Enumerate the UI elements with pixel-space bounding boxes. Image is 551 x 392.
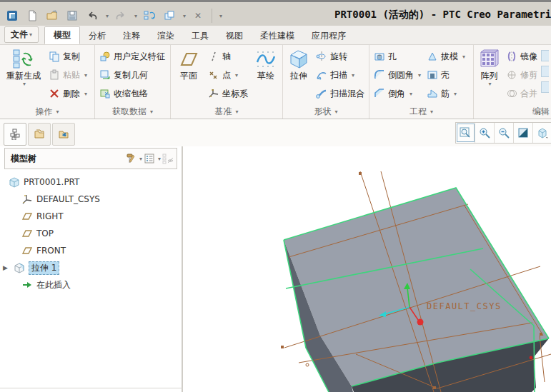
quick-access-toolbar: ▾ ▾ ▾ ✕ ▾: [4, 6, 222, 25]
repaint-button[interactable]: [514, 123, 533, 143]
draft-dropdown-icon[interactable]: ▾: [462, 54, 465, 60]
point-button[interactable]: 点 ▾: [206, 66, 250, 84]
csys-button[interactable]: 坐标系: [206, 84, 250, 103]
shell-button[interactable]: 壳: [425, 66, 467, 84]
display-style-button[interactable]: [533, 123, 551, 143]
zoom-fit-button[interactable]: [456, 123, 475, 143]
tree-tools-dropdown-icon[interactable]: ▾: [139, 156, 142, 162]
csys-tree-icon: [21, 194, 33, 205]
extrude-button[interactable]: 拉伸: [285, 47, 312, 105]
merge-button[interactable]: 合并: [504, 84, 540, 103]
revolve-button[interactable]: 旋转: [314, 47, 367, 66]
extrude-tree-icon: [14, 262, 25, 273]
delete-button[interactable]: 删除 ▾: [46, 84, 89, 103]
part-icon: [9, 176, 20, 188]
mirror-button[interactable]: 镜像: [504, 47, 540, 66]
tree-show-icon[interactable]: [162, 153, 174, 164]
ribbon-group-shapes: 拉伸 旋转 扫描 ▾ 扫描混合 形状▾: [283, 45, 369, 119]
ribbon: 重新生成 ▾ 复制 粘贴 ▾ 删除 ▾ 操作▾: [0, 45, 551, 119]
group-label-shapes[interactable]: 形状▾: [283, 105, 369, 119]
tab-render[interactable]: 渲染: [149, 28, 183, 44]
paste-dropdown-icon[interactable]: ▾: [84, 72, 87, 79]
copy-button[interactable]: 复制: [46, 47, 89, 66]
tree-item-extrude-1[interactable]: ▶ 拉伸 1: [3, 259, 179, 276]
tab-annotate[interactable]: 注释: [114, 28, 149, 44]
save-button[interactable]: [64, 8, 80, 24]
group-label-operations[interactable]: 操作▾: [0, 105, 94, 119]
hole-button[interactable]: 孔: [372, 47, 423, 66]
sweep-button[interactable]: 扫描 ▾: [314, 66, 367, 84]
copy-geometry-button[interactable]: 复制几何: [97, 66, 167, 84]
tab-favorites[interactable]: [52, 123, 75, 146]
pattern-dropdown-icon[interactable]: ▾: [488, 81, 491, 87]
file-menu-button[interactable]: 文件▾: [4, 26, 39, 43]
graphics-area[interactable]: DEFAULT_CSYS: [183, 146, 551, 392]
plane-button[interactable]: 平面: [173, 47, 204, 105]
udf-button[interactable]: 用户定义特征: [97, 47, 167, 66]
redo-button[interactable]: [113, 8, 129, 24]
round-button[interactable]: 倒圆角 ▾: [372, 66, 423, 84]
draft-button[interactable]: 拔模 ▾: [425, 47, 467, 66]
regenerate-button[interactable]: 重新生成 ▾: [2, 47, 45, 105]
group-label-get-data[interactable]: 获取数据▾: [95, 105, 170, 119]
customize-qat-dropdown-icon[interactable]: ▾: [219, 13, 222, 19]
tree-settings-dropdown-icon[interactable]: ▾: [158, 156, 161, 162]
close-window-button[interactable]: ✕: [190, 8, 206, 24]
sweep-dropdown-icon[interactable]: ▾: [352, 72, 354, 79]
csys-label[interactable]: DEFAULT_CSYS: [427, 301, 502, 311]
tree-item-front[interactable]: FRONT: [3, 242, 179, 259]
swept-blend-button[interactable]: 扫描混合: [314, 84, 367, 103]
regenerate-dropdown-icon[interactable]: ▾: [23, 81, 26, 87]
tab-model-tree[interactable]: [4, 123, 26, 146]
tree-settings-icon[interactable]: [144, 153, 155, 164]
model-3d-view[interactable]: DEFAULT_CSYS: [183, 146, 551, 392]
shrinkwrap-button[interactable]: 收缩包络: [97, 84, 167, 103]
tree-item-insert-here[interactable]: 在此插入: [3, 276, 179, 293]
zoom-in-button[interactable]: [475, 123, 495, 143]
redo-dropdown-icon[interactable]: ▾: [134, 13, 137, 19]
tree-item-right[interactable]: RIGHT: [3, 208, 179, 225]
point-dropdown-icon[interactable]: ▾: [235, 72, 238, 79]
chamfer-button[interactable]: 倒角 ▾: [372, 84, 423, 103]
rib-button[interactable]: 筋 ▾: [425, 84, 467, 103]
windows-button[interactable]: [162, 8, 177, 24]
group-operations-dropdown-icon: ▾: [56, 109, 59, 115]
regenerate-quick-button[interactable]: [142, 8, 157, 24]
app-icon[interactable]: [4, 8, 20, 24]
delete-dropdown-icon[interactable]: ▾: [84, 91, 87, 97]
chamfer-dropdown-icon[interactable]: ▾: [409, 91, 412, 97]
paste-button[interactable]: 粘贴 ▾: [46, 66, 89, 84]
tab-folder-browser[interactable]: [28, 123, 51, 146]
model-tree-header: 模型树 ▾ ▾: [4, 148, 177, 169]
rib-dropdown-icon[interactable]: ▾: [454, 91, 457, 97]
zoom-out-button[interactable]: [495, 123, 514, 143]
window-title: PRT0001 (活动的) - PTC Creo Parametric: [334, 9, 551, 21]
tab-analysis[interactable]: 分析: [80, 28, 114, 44]
tab-view[interactable]: 视图: [217, 28, 252, 44]
tab-tools[interactable]: 工具: [183, 28, 217, 44]
sketch-button[interactable]: 草绘: [252, 47, 280, 105]
tree-item-part[interactable]: PRT0001.PRT: [3, 174, 179, 191]
trim-button[interactable]: 修剪: [504, 66, 540, 84]
axis-button[interactable]: 轴: [206, 47, 250, 66]
rib-label: 筋: [441, 88, 450, 100]
new-file-button[interactable]: [24, 8, 40, 24]
expander-icon[interactable]: ▶: [3, 264, 10, 271]
pattern-button[interactable]: 阵列 ▾: [476, 47, 502, 105]
tab-model[interactable]: 模型: [44, 26, 80, 44]
undo-button[interactable]: [84, 8, 100, 24]
windows-dropdown-icon[interactable]: ▾: [183, 13, 186, 19]
tree-item-default-csys[interactable]: DEFAULT_CSYS: [3, 191, 179, 208]
tab-flexible-modeling[interactable]: 柔性建模: [252, 28, 303, 44]
point-label: 点: [222, 69, 231, 81]
tab-applications[interactable]: 应用程序: [303, 28, 354, 44]
group-label-datum[interactable]: 基准▾: [171, 105, 282, 119]
cut-off-buttons[interactable]: [541, 47, 549, 105]
tree-item-top[interactable]: TOP: [3, 225, 179, 242]
tree-tools-icon[interactable]: [125, 153, 136, 164]
undo-dropdown-icon[interactable]: ▾: [106, 13, 109, 19]
open-file-button[interactable]: [44, 8, 60, 24]
group-label-engineering[interactable]: 工程▾: [369, 105, 473, 119]
group-label-edit[interactable]: 编辑: [474, 105, 551, 119]
round-dropdown-icon[interactable]: ▾: [418, 72, 421, 79]
